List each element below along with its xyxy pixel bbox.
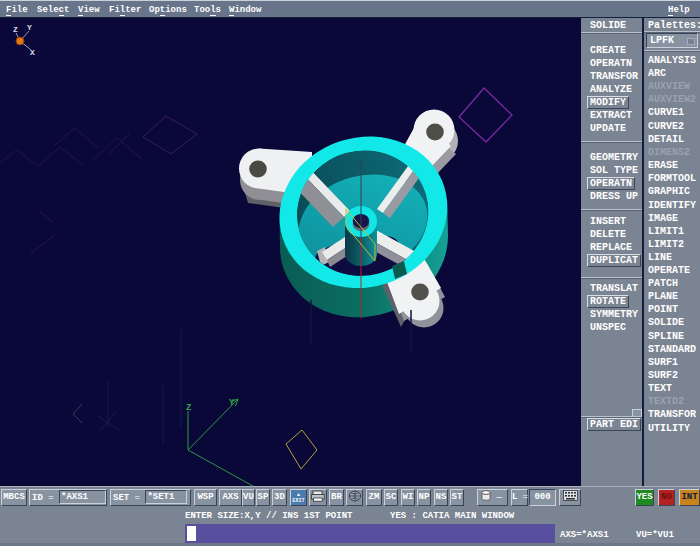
svg-text:Z: Z	[186, 403, 191, 413]
svg-text:Z: Z	[13, 25, 18, 34]
svg-text:Y: Y	[27, 23, 32, 32]
svg-text:X: X	[30, 48, 35, 57]
svg-text:Y: Y	[229, 398, 235, 408]
